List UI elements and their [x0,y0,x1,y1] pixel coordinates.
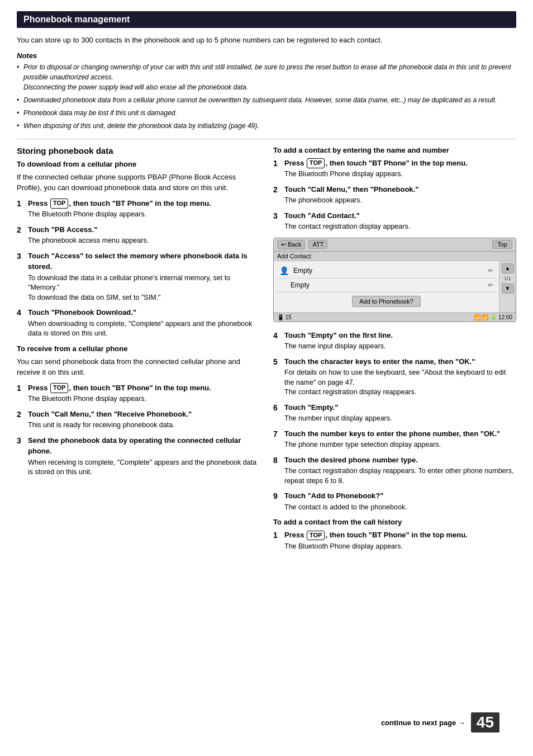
note-item-1: Prior to disposal or changing ownership … [17,62,516,92]
storing-phonebook-title: Storing phonebook data [17,146,260,155]
step-content: Press TOP, then touch "BT Phone" in the … [284,158,516,179]
right-column: To add a contact by entering the name an… [273,146,516,557]
receive-step-2: 2 Touch "Call Menu," then "Receive Phone… [17,409,260,431]
step-sub: For details on how to use the keyboard, … [284,368,516,398]
step-content: Press TOP, then touch "BT Phone" in the … [284,530,516,551]
step-number: 3 [17,251,25,303]
step-content: Touch "Phonebook Download." When downloa… [28,307,260,339]
step-number: 9 [273,490,281,512]
add-step-7: 7 Touch the number keys to enter the pho… [273,428,516,450]
page-wrapper: Phonebook management You can store up to… [17,11,516,744]
step-main: Touch "PB Access." [28,225,97,234]
step-sub: The Bluetooth Phone display appears. [28,394,260,404]
ui-att-button[interactable]: ATT [308,240,327,249]
ui-titlebar: ↩ Back ATT Top [274,238,516,252]
top-badge: TOP [50,199,68,208]
receive-step-1: 1 Press TOP, then touch "BT Phone" in th… [17,382,260,404]
step-number: 8 [273,455,281,486]
step-number: 6 [273,402,281,424]
step-sub: The number input display appears. [284,414,516,424]
ui-scroll-down[interactable]: ▼ [502,284,514,294]
step-content: Touch the character keys to enter the na… [284,356,516,398]
add-step-8: 8 Touch the desired phone number type. T… [273,455,516,486]
step-number: 1 [17,198,25,220]
step-content: Touch "Add to Phonebook?" The contact is… [284,490,516,512]
step-content: Press TOP, then touch "BT Phone" in the … [28,198,260,220]
step-main: Touch "Add to Phonebook?" [284,492,383,500]
continue-text: continue to next page → [381,719,465,727]
receive-subtitle: To receive from a cellular phone [17,344,260,353]
call-history-steps: 1 Press TOP, then touch "BT Phone" in th… [273,530,516,551]
ui-contact-row-2[interactable]: Empty ✏ [277,278,496,292]
add-step-5: 5 Touch the character keys to enter the … [273,356,516,398]
step-content: Touch "Call Menu," then "Receive Phonebo… [28,409,260,431]
step-number: 2 [273,184,281,206]
ui-number-empty: Empty [291,281,483,289]
call-history-step-1: 1 Press TOP, then touch "BT Phone" in th… [273,530,516,551]
step-number: 4 [273,330,281,352]
download-step-4: 4 Touch "Phonebook Download." When downl… [17,307,260,339]
step-content: Send the phonebook data by operating the… [28,435,260,478]
add-step-9: 9 Touch "Add to Phonebook?" The contact … [273,490,516,512]
receive-steps: 1 Press TOP, then touch "BT Phone" in th… [17,382,260,478]
step-number: 7 [273,428,281,450]
person-icon: 👤 [279,266,289,275]
step-main: Touch the character keys to enter the na… [284,357,475,366]
step-sub: When downloading is complete, "Complete"… [28,319,260,339]
top-badge: TOP [50,383,68,393]
add-contact-title: To add a contact by entering the name an… [273,146,516,154]
edit-icon[interactable]: ✏ [488,267,493,275]
step-main: Send the phonebook data by operating the… [28,436,241,456]
ui-add-phonebook-button[interactable]: Add to Phonebook? [352,296,421,307]
ui-page-number: 1/1 [504,276,511,281]
step-content: Touch the desired phone number type. The… [284,455,516,486]
step-sub: The Bluetooth Phone display appears. [284,542,516,552]
add-step-2: 2 Touch "Call Menu," then "Phonebook." T… [273,184,516,206]
intro-text: You can store up to 300 contacts in the … [17,35,516,46]
add-step-4: 4 Touch "Empty" on the first line. The n… [273,330,516,352]
note-item-3: Phonebook data may be lost if this unit … [17,108,516,118]
ui-section-label: Add Contact [274,252,516,261]
top-badge: TOP [307,158,325,168]
step-sub: The Bluetooth Phone display appears. [284,169,516,179]
step-content: Touch the number keys to enter the phone… [284,428,516,450]
ui-back-button[interactable]: ↩ Back [277,240,305,249]
note-item-4: When disposing of this unit, delete the … [17,121,516,131]
ui-contact-row-1[interactable]: 👤 Empty ✏ [277,263,496,278]
back-label: Back [288,241,301,248]
step-content: Touch "Access" to select the memory wher… [28,251,260,303]
step-content: Touch "PB Access." The phonebook access … [28,224,260,246]
download-body: If the connected cellular phone supports… [17,172,260,193]
ui-scroll-up[interactable]: ▲ [502,263,514,273]
step-main: Touch "Add Contact." [284,211,360,220]
step-sub: The Bluetooth Phone display appears. [28,210,260,220]
step-main: Press TOP, then touch "BT Phone" in the … [284,531,468,539]
download-steps: 1 Press TOP, then touch "BT Phone" in th… [17,198,260,339]
step-number: 1 [273,158,281,179]
notes-section: Notes Prior to disposal or changing owne… [17,51,516,131]
add-contact-steps-after: 4 Touch "Empty" on the first line. The n… [273,330,516,513]
step-number: 1 [273,530,281,551]
top-badge: TOP [307,531,325,540]
step-sub: The contact is added to the phonebook. [284,503,516,513]
step-number: 2 [17,224,25,246]
edit-icon-2[interactable]: ✏ [488,281,493,289]
step-content: Touch "Call Menu," then "Phonebook." The… [284,184,516,206]
ui-statusbar: 📱 15 📶 📶 🔋 12:00 [274,313,516,322]
step-sub: To download the data in a cellular phone… [28,273,260,303]
step-sub: The phonebook appears. [284,196,516,206]
ui-top-button[interactable]: Top [492,240,512,249]
add-step-1: 1 Press TOP, then touch "BT Phone" in th… [273,158,516,179]
call-history-title: To add a contact from the call history [273,518,516,526]
download-step-2: 2 Touch "PB Access." The phonebook acces… [17,224,260,246]
page-number: 45 [471,712,499,733]
step-sub: The name input display appears. [284,342,516,352]
back-arrow-icon: ↩ [281,241,286,248]
step-sub: The phone number type selection display … [284,440,516,450]
step-sub: This unit is ready for receiving phonebo… [28,420,260,431]
ui-status-right: 📶 📶 🔋 12:00 [474,314,512,320]
step-content: Touch "Empty." The number input display … [284,402,516,424]
step-content: Touch "Empty" on the first line. The nam… [284,330,516,352]
receive-body: You can send phonebook data from the con… [17,356,260,378]
step-content: Press TOP, then touch "BT Phone" in the … [28,382,260,404]
